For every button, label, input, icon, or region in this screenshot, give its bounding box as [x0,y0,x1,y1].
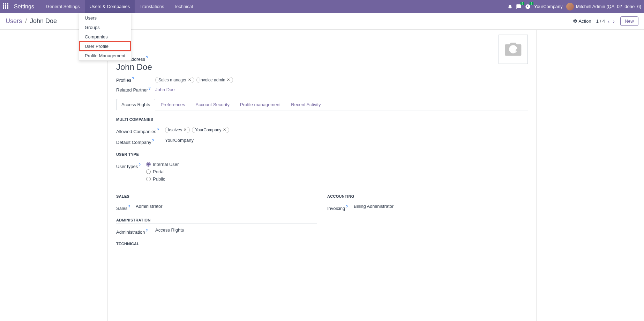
breadcrumb-current: John Doe [30,17,57,24]
tabs: Access Rights Preferences Account Securi… [116,99,528,110]
apps-icon[interactable] [3,3,10,10]
image-upload[interactable] [499,35,528,64]
invoicing-value[interactable]: Billing Administrator [354,204,528,209]
sales-label: Sales? [116,204,136,211]
radio-internal-user[interactable]: Internal User [146,162,528,167]
tab-recent-activity[interactable]: Recent Activity [286,99,326,110]
user-menu[interactable]: Mitchell Admin (QA_02_done_6) [566,3,641,10]
administration-value[interactable]: Access Rights [155,227,317,233]
messages-icon[interactable]: 5 [516,4,522,9]
nav-right: 5 2 YourCompany Mitchell Admin (QA_02_do… [508,3,641,10]
action-label: Action [579,19,591,24]
profiles-label: Profiles? [116,77,155,83]
close-icon[interactable]: ✕ [223,127,226,132]
pager: 1 / 4 ‹ › [596,18,615,24]
pager-next[interactable]: › [612,18,615,24]
breadcrumb-root[interactable]: Users [6,17,22,24]
close-icon[interactable]: ✕ [188,78,191,82]
nav-menu-technical[interactable]: Technical [169,0,198,13]
section-user-type: USER TYPE [116,152,528,158]
dropdown-users[interactable]: Users [79,13,131,23]
close-icon[interactable]: ✕ [184,127,187,132]
activities-icon[interactable]: 2 [525,4,531,9]
section-accounting: ACCOUNTING [327,194,528,200]
tag-sales-manager[interactable]: Sales manager✕ [155,77,194,83]
form-wrap: Name? Jol Email Address? John Doe Profil… [0,30,644,321]
section-multi-companies: MULTI COMPANIES [116,117,528,123]
top-navbar: Settings General Settings Users & Compan… [0,0,644,13]
allowed-companies-label: Allowed Companies? [116,127,165,134]
email-value[interactable]: John Doe [116,62,528,72]
close-icon[interactable]: ✕ [227,78,230,82]
name-label: Name? [116,35,528,41]
users-companies-dropdown: Users Groups Companies User Profile Prof… [79,13,131,61]
sales-value[interactable]: Administrator [136,204,317,209]
default-company-label: Default Company? [116,138,165,145]
dropdown-groups[interactable]: Groups [79,23,131,32]
name-value[interactable]: Jol [116,41,528,51]
nav-menu-general[interactable]: General Settings [41,0,85,13]
tab-access-rights[interactable]: Access Rights [116,99,155,110]
controlbar-right: Action 1 / 4 ‹ › New [573,16,638,26]
company-selector[interactable]: YourCompany [534,4,563,9]
bug-icon[interactable] [508,4,512,9]
nav-menu: General Settings Users & Companies Trans… [41,0,198,13]
pager-text: 1 / 4 [596,19,605,24]
tag-ksolves[interactable]: ksolves✕ [165,127,190,133]
dropdown-user-profile[interactable]: User Profile [79,41,131,51]
form-sheet: Name? Jol Email Address? John Doe Profil… [107,30,537,321]
breadcrumb: Users / John Doe [6,17,57,25]
messages-badge: 5 [521,2,524,5]
section-technical: TECHNICAL [116,242,317,247]
email-label: Email Address? [116,56,528,62]
tab-preferences[interactable]: Preferences [155,99,190,110]
default-company-value[interactable]: YourCompany [165,138,528,143]
new-button[interactable]: New [620,16,638,26]
section-sales: SALES [116,194,317,200]
related-partner-value[interactable]: John Doe [155,87,175,92]
user-types-radio: Internal User Portal Public [146,162,528,184]
avatar [566,3,574,10]
dropdown-profile-management[interactable]: Profile Management [79,51,131,60]
profiles-tags[interactable]: Sales manager✕ Invoice admin✕ [155,77,233,83]
dropdown-companies[interactable]: Companies [79,32,131,42]
related-partner-label: Related Partner? [116,87,155,93]
tag-invoice-admin[interactable]: Invoice admin✕ [196,77,233,83]
tag-yourcompany[interactable]: YourCompany✕ [192,127,229,133]
invoicing-label: Invoicing? [327,204,354,211]
activities-badge: 2 [530,2,533,5]
pager-prev[interactable]: ‹ [607,18,610,24]
section-administration: ADMINISTRATION [116,218,317,224]
nav-menu-translations[interactable]: Translations [135,0,169,13]
tab-account-security[interactable]: Account Security [190,99,235,110]
user-types-label: User types? [116,162,146,169]
allowed-companies-tags[interactable]: ksolves✕ YourCompany✕ [165,127,528,133]
administration-label: Administration? [116,227,155,235]
app-title: Settings [14,3,34,10]
nav-menu-users-companies[interactable]: Users & Companies [85,0,135,13]
radio-public[interactable]: Public [146,176,528,182]
tab-profile-management[interactable]: Profile management [235,99,286,110]
action-dropdown[interactable]: Action [573,19,591,24]
user-name: Mitchell Admin (QA_02_done_6) [576,4,641,9]
radio-portal[interactable]: Portal [146,169,528,174]
